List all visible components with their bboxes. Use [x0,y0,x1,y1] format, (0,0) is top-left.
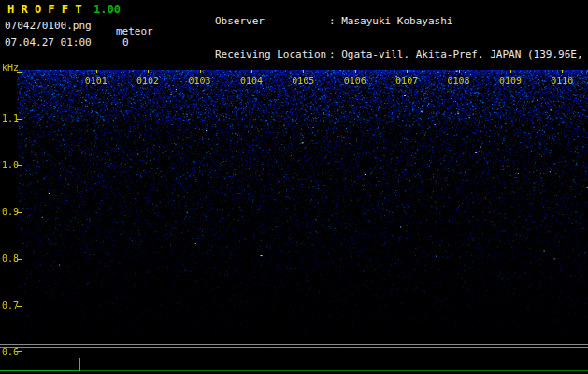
signal-level-pulse [79,358,80,371]
station-row-observer: Observer: Masayuki Kobayashi [165,5,588,38]
meteor-mode-label: meteor [116,25,153,37]
station-row-location: Receiving Location: Ogata-vill. Akita-Pr… [165,38,588,72]
freq-tick-label: 1.1 [2,113,19,124]
station-label: Observer [215,16,329,27]
time-tick-label: 0107 [380,76,432,87]
signal-level-trace-bright-segment [0,370,79,371]
time-tick-label: 0110 [537,76,588,87]
station-value: Ogata-vill. Akita-Pref. JAPAN (139.96E, … [341,49,588,61]
freq-tick-label: 0.7 [2,300,19,311]
freq-tick-label: 1.0 [2,160,19,171]
level-baseline-lower [0,347,588,348]
time-tick-label: 0102 [122,76,173,87]
station-label: Receiving Location [215,50,329,61]
freq-tick-label: 0.6 [2,347,19,358]
app-version: 1.00 [93,3,121,16]
label-separator: : [329,49,341,61]
time-tick-label: 0105 [278,76,329,87]
signal-level-trace [0,370,588,371]
label-separator: : [329,15,341,27]
output-filename: 0704270100.png [5,20,92,32]
time-tick-label: 0108 [433,76,484,87]
station-value: Masayuki Kobayashi [341,15,452,27]
observation-datetime: 07.04.27 01:00 [5,36,92,49]
time-tick-label: 0103 [174,76,225,87]
meteor-count: 0 [122,36,129,49]
time-tick-label: 0106 [329,76,380,87]
freq-tick-label: 0.9 [2,207,19,218]
spectrogram-canvas [17,70,588,352]
freq-tick-label: 0.8 [2,253,19,265]
time-axis-labels: 0101 0102 0103 0104 0105 0106 0107 0108 … [70,76,588,87]
time-tick-label: 0109 [484,76,536,87]
freq-axis-unit-label: kHz [2,63,19,74]
hrofft-output-screen: H R O F F T 1.00 0704270100.png meteor 0… [0,0,588,374]
time-tick-label: 0101 [70,76,122,87]
app-title: H R O F F T [7,3,81,16]
level-baseline-upper [0,344,588,345]
time-tick-label: 0104 [225,76,277,87]
